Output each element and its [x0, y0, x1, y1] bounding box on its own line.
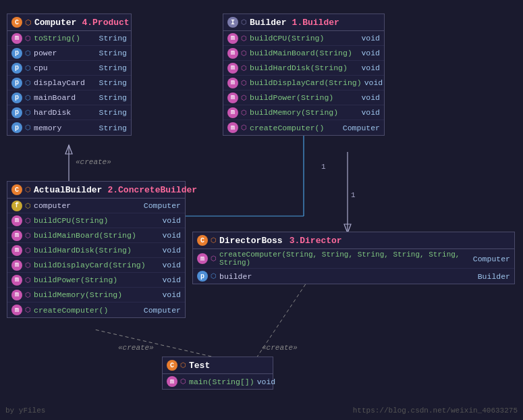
actualbuilder-row-buildcpu: m ⬡ buildCPU(String) void: [7, 213, 185, 228]
builder-row-buildpower: m ⬡ buildPower(String) void: [223, 90, 384, 105]
svg-text:«create»: «create»: [76, 158, 111, 166]
builder-title: Builder: [250, 18, 287, 28]
test-header: C ⬡ Test: [163, 357, 273, 374]
actualbuilder-row-computer: f ⬡ computer Computer: [7, 199, 185, 213]
actualbuilder-row-buildharddisk: m ⬡ buildHardDisk(String) void: [7, 243, 185, 258]
badge-p-mainboard: p: [11, 93, 22, 103]
row-power-type: String: [99, 49, 127, 57]
builder-row-buildmemory: m ⬡ buildMemory(String) void: [223, 105, 384, 120]
test-title: Test: [189, 361, 210, 371]
builder-box: I ⬡ Builder 1.Builder m ⬡ buildCPU(Strin…: [223, 14, 385, 136]
actualbuilder-header: C ⬡ ActualBuilder 2.ConcreteBuilder: [7, 182, 185, 199]
svg-text:1: 1: [351, 191, 356, 199]
directorboss-row-builder: p ⬡ builder Builder: [193, 269, 514, 284]
builder-row-buildcpu: m ⬡ buildCPU(String) void: [223, 31, 384, 46]
row-power-name: power: [34, 49, 97, 57]
actualbuilder-title: ActualBuilder: [34, 185, 102, 195]
row-memory-name: memory: [34, 124, 97, 132]
row-tostring-type: String: [99, 34, 127, 43]
builder-row-buildmainboard: m ⬡ buildMainBoard(String) void: [223, 46, 384, 61]
badge-p-cpu: p: [11, 63, 22, 74]
computer-row-displaycard: p ⬡ displayCard String: [7, 76, 131, 90]
row-cpu-name: cpu: [34, 63, 97, 72]
svg-text:«create»: «create»: [262, 344, 298, 352]
badge-p-displaycard: p: [11, 78, 22, 88]
computer-label: 4.Product: [82, 18, 129, 28]
badge-p-power: p: [11, 48, 22, 59]
computer-title: Computer: [34, 18, 76, 28]
row-tostring-name: toString(): [34, 34, 97, 43]
computer-row-cpu: p ⬡ cpu String: [7, 61, 131, 76]
computer-row-harddisk: p ⬡ hardDisk String: [7, 105, 131, 120]
badge-p-harddisk: p: [11, 107, 22, 118]
actualbuilder-row-buildpower: m ⬡ buildPower(String) void: [7, 273, 185, 288]
actualbuilder-label: 2.ConcreteBuilder: [107, 185, 197, 195]
computer-row-mainboard: p ⬡ mainBoard String: [7, 90, 131, 105]
directorboss-box: C ⬡ DirectorBoss 3.Director m ⬡ createCo…: [192, 232, 515, 284]
directorboss-header: C ⬡ DirectorBoss 3.Director: [193, 232, 514, 249]
computer-row-power: p ⬡ power String: [7, 46, 131, 61]
builder-row-createcomputer: m ⬡ createComputer() Computer: [223, 120, 384, 135]
builder-row-buildharddisk: m ⬡ buildHardDisk(String) void: [223, 61, 384, 76]
row-displaycard-type: String: [99, 78, 127, 87]
badge-p-memory: p: [11, 122, 22, 133]
svg-marker-1: [65, 145, 72, 154]
computer-class-icon: ⬡: [25, 18, 32, 27]
test-box: C ⬡ Test m ⬡ main(String[]) void: [162, 357, 273, 390]
builder-header: I ⬡ Builder 1.Builder: [223, 14, 384, 31]
row-displaycard-name: displayCard: [34, 78, 97, 87]
svg-line-9: [94, 330, 217, 358]
builder-label: 1.Builder: [292, 18, 339, 28]
row-harddisk-name: hardDisk: [34, 108, 97, 117]
row-memory-type: String: [99, 124, 127, 132]
test-row-main: m ⬡ main(String[]) void: [163, 374, 273, 389]
row-mainboard-name: mainBoard: [34, 93, 97, 102]
computer-box: C ⬡ Computer 4.Product m ⬡ toString() St…: [7, 14, 132, 136]
yfooter: by yFiles: [5, 406, 45, 415]
actualbuilder-row-createcomputer: m ⬡ createComputer() Computer: [7, 303, 185, 317]
actualbuilder-row-buildmainboard: m ⬡ buildMainBoard(String) void: [7, 228, 185, 243]
computer-header: C ⬡ Computer 4.Product: [7, 14, 131, 31]
actualbuilder-row-builddisplaycard: m ⬡ buildDisplayCard(String) void: [7, 258, 185, 273]
computer-badge: C: [11, 17, 22, 28]
badge-m-1: m: [11, 33, 22, 44]
row-harddisk-type: String: [99, 108, 127, 117]
row-mainboard-type: String: [99, 93, 127, 102]
computer-row-tostring: m ⬡ toString() String: [7, 31, 131, 46]
computer-row-memory: p ⬡ memory String: [7, 120, 131, 135]
actualbuilder-row-buildmemory: m ⬡ buildMemory(String) void: [7, 288, 185, 303]
builder-row-builddisplaycard: m ⬡ buildDisplayCard(String) void: [223, 76, 384, 90]
directorboss-title: DirectorBoss: [219, 236, 283, 246]
directorboss-label: 3.Director: [290, 236, 342, 246]
builder-badge: I: [227, 17, 238, 28]
svg-text:«create»: «create»: [118, 344, 154, 352]
svg-text:1: 1: [321, 163, 326, 171]
watermark: https://blog.csdn.net/weixin_40633275: [353, 406, 518, 415]
row-cpu-type: String: [99, 63, 127, 72]
actualbuilder-box: C ⬡ ActualBuilder 2.ConcreteBuilder f ⬡ …: [7, 181, 186, 318]
directorboss-row-createcomputer: m ⬡ createComputer(String, String, Strin…: [193, 249, 514, 269]
